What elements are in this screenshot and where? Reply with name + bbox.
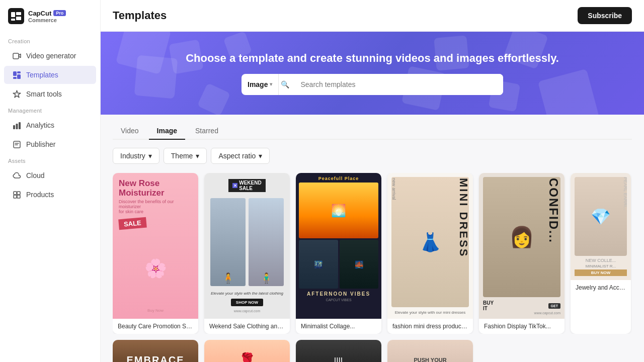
logo-name: CapCut <box>28 10 51 17</box>
main-content: Templates Subscribe Choose a template an… <box>101 0 644 362</box>
sidebar-item-label: Analytics <box>26 121 54 129</box>
template-thumbnail: 👩 CONFID... BUYIT GET www.capcut.com <box>479 173 565 319</box>
hero-background <box>101 32 644 115</box>
aspect-ratio-filter-label: Aspect ratio <box>218 152 256 160</box>
content-area: Video Image Starred Industry ▾ Theme ▾ A… <box>101 115 644 362</box>
search-type-label: Image <box>248 80 268 88</box>
svg-rect-2 <box>16 12 21 15</box>
template-grid-row2: EMBRACE EMBRACE... 🌹 Rose... |||| <box>113 340 632 362</box>
svg-rect-8 <box>17 74 21 79</box>
templates-icon <box>12 70 21 79</box>
hero-search-bar: Image ▾ 🔍 <box>242 74 503 95</box>
confidence-text: CONFID... <box>546 178 560 243</box>
theme-filter[interactable]: Theme ▾ <box>164 148 207 164</box>
sidebar-item-label: Cloud <box>26 171 45 179</box>
logo-icon <box>8 8 24 24</box>
sale-badge: SALE <box>118 217 146 230</box>
template-title-text: New RoseMoisturizer <box>119 179 192 198</box>
chevron-down-icon: ▾ <box>259 152 262 160</box>
template-tagline: Elevate your style with the latest cloth… <box>211 291 283 296</box>
smart-tools-icon <box>12 89 21 99</box>
template-card[interactable]: 👗 MINI DRESS new arrival Elevate your st… <box>387 173 473 334</box>
svg-rect-3 <box>16 17 21 20</box>
template-card[interactable]: Peacefull Place 🌅 🌃 🌉 AFTERNOON VIBES CA… <box>296 173 381 334</box>
template-card[interactable]: ✕ WEKENDSALE 🧍 🧍‍♂️ Elevate your style w… <box>204 173 290 334</box>
template-url: www.capcut.com <box>234 309 261 313</box>
sidebar-item-label: Publisher <box>26 140 55 148</box>
tab-video[interactable]: Video <box>113 123 147 140</box>
svg-rect-10 <box>13 125 15 129</box>
template-card[interactable]: |||| Dark... <box>296 340 381 362</box>
industry-filter-label: Industry <box>120 152 145 160</box>
embrace-text: EMBRACE <box>126 354 184 363</box>
subscribe-button[interactable]: Subscribe <box>578 7 632 24</box>
template-card[interactable]: 🌹 Rose... <box>204 340 290 362</box>
svg-rect-4 <box>11 19 15 21</box>
template-card-label: fashion mini dress product... <box>387 319 473 334</box>
sidebar-item-video-generator[interactable]: Video generator <box>4 47 96 65</box>
template-card[interactable]: EMBRACE EMBRACE... <box>113 340 198 362</box>
template-thumbnail: PUSH YOUR <box>387 340 473 362</box>
management-section-label: Management <box>0 104 100 116</box>
sidebar-item-smart-tools[interactable]: Smart tools <box>4 85 96 103</box>
main-header: Templates Subscribe <box>101 0 644 32</box>
get-badge: GET <box>548 303 560 309</box>
industry-filter[interactable]: Industry ▾ <box>113 148 159 164</box>
brand-logo: ✕ WEKENDSALE <box>228 179 265 192</box>
assets-section-label: Assets <box>0 154 100 166</box>
sidebar-item-products[interactable]: Products <box>4 186 96 204</box>
chevron-down-icon: ▾ <box>196 152 199 160</box>
buy-now-btn: BUY NOW <box>575 269 627 276</box>
search-input[interactable] <box>294 74 503 95</box>
tab-image[interactable]: Image <box>149 123 185 140</box>
card-footer: BUYIT GET <box>483 300 560 311</box>
product-description: Elevate your style with our mini dresses <box>391 310 469 315</box>
chevron-down-icon: ▾ <box>148 152 152 160</box>
sidebar-item-cloud[interactable]: Cloud <box>4 166 96 185</box>
theme-filter-label: Theme <box>171 152 193 160</box>
svg-rect-0 <box>8 8 24 24</box>
svg-rect-1 <box>11 12 15 17</box>
template-card-label: Minimalist Collage... <box>296 319 381 334</box>
template-card-label: Wekend Sale Clothing and... <box>204 319 290 334</box>
template-card[interactable]: 👩 CONFID... BUYIT GET www.capcut.com Fas… <box>479 173 565 334</box>
svg-rect-7 <box>17 71 21 73</box>
bar-chart-text: |||| <box>334 356 343 362</box>
template-card[interactable]: New RoseMoisturizer Discover the benefit… <box>113 173 198 334</box>
video-generator-icon <box>12 51 21 60</box>
buy-it-text: BUYIT <box>483 300 494 311</box>
tab-starred[interactable]: Starred <box>187 123 226 140</box>
sidebar-item-analytics[interactable]: Analytics <box>4 116 96 134</box>
svg-rect-17 <box>17 195 20 198</box>
sunset-image: 🌅 <box>299 183 378 238</box>
svg-rect-14 <box>14 192 17 195</box>
sidebar-item-label: Video generator <box>26 52 76 60</box>
aspect-ratio-filter[interactable]: Aspect ratio ▾ <box>211 148 270 164</box>
buy-now-text: Buy Now <box>119 308 192 313</box>
template-card-label: Fashion Display TikTok... <box>479 319 565 334</box>
hero-title: Choose a template and create stunning vi… <box>186 52 559 65</box>
template-footer: CAPCUT VIBES <box>299 298 378 302</box>
template-thumbnail: 👗 MINI DRESS new arrival Elevate your st… <box>387 173 473 319</box>
sidebar-item-publisher[interactable]: Publisher <box>4 135 96 153</box>
sidebar-item-templates[interactable]: Templates <box>4 66 96 84</box>
template-thumbnail: 🌹 <box>204 340 290 362</box>
template-label-text: Peacefull Place <box>299 176 378 181</box>
creation-section-label: Creation <box>0 34 100 46</box>
svg-rect-5 <box>13 53 19 59</box>
publisher-icon <box>12 140 21 149</box>
template-thumbnail: Peacefull Place 🌅 🌃 🌉 AFTERNOON VIBES CA… <box>296 173 381 319</box>
template-thumbnail: New RoseMoisturizer Discover the benefit… <box>113 173 198 319</box>
svg-rect-9 <box>13 77 17 79</box>
barcode-text: www.capcut.com <box>483 311 560 315</box>
template-card[interactable]: 💎 NEW COLLE... PEARL EARRI... MINIMALIST… <box>571 173 631 334</box>
model-grid: 🧍 🧍‍♂️ <box>210 198 284 286</box>
analytics-icon <box>12 121 21 130</box>
template-card[interactable]: PUSH YOUR PUSH YOUR... <box>387 340 473 362</box>
tabs-bar: Video Image Starred <box>113 123 632 140</box>
jewelry-image: 💎 <box>575 177 627 256</box>
hero-banner: Choose a template and create stunning vi… <box>101 32 644 115</box>
rose-emoji: 🌹 <box>238 352 256 363</box>
sidebar: CapCut Pro Commerce Creation Video gener… <box>0 0 101 362</box>
search-type-dropdown[interactable]: Image ▾ <box>242 74 279 95</box>
